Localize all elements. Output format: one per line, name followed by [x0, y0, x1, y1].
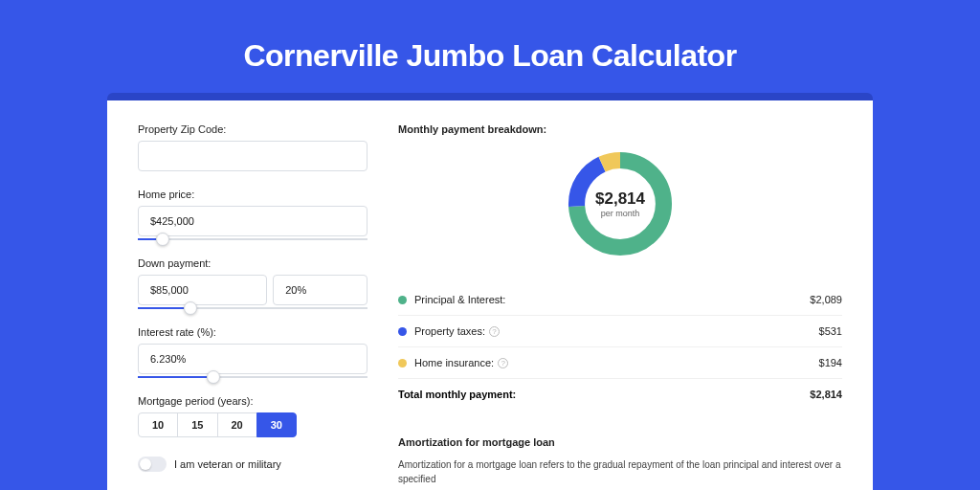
calculator-panel: Property Zip Code: Home price: Down paym…	[107, 100, 873, 490]
veteran-toggle-knob	[140, 458, 151, 470]
home-price-label: Home price:	[138, 189, 368, 200]
calculator-panel-shadow: Property Zip Code: Home price: Down paym…	[107, 93, 873, 490]
veteran-toggle-row: I am veteran or military	[138, 457, 368, 472]
period-label: Mortgage period (years):	[138, 395, 368, 407]
page-title: Cornerville Jumbo Loan Calculator	[0, 38, 980, 74]
total-value: $2,814	[810, 389, 842, 400]
breakdown-column: Monthly payment breakdown: $2,814 per mo…	[398, 123, 842, 486]
donut-subtext: per month	[601, 209, 640, 218]
home-price-slider[interactable]	[138, 238, 368, 240]
home-price-slider-thumb[interactable]	[156, 233, 169, 246]
legend-value-insurance: $194	[819, 357, 842, 368]
legend-label-taxes: Property taxes:	[414, 325, 485, 337]
donut-chart-wrap: $2,814 per month	[398, 146, 842, 261]
info-icon[interactable]: ?	[489, 326, 500, 337]
period-button-group: 10 15 20 30	[138, 412, 368, 437]
inputs-column: Property Zip Code: Home price: Down paym…	[138, 123, 368, 486]
amortization-text: Amortization for a mortgage loan refers …	[398, 457, 842, 486]
period-btn-15[interactable]: 15	[177, 412, 217, 437]
legend-label-principal: Principal & Interest:	[414, 294, 505, 305]
amortization-title: Amortization for mortgage loan	[398, 436, 842, 448]
down-payment-input[interactable]	[138, 275, 267, 305]
total-row: Total monthly payment: $2,814	[398, 379, 842, 410]
legend-row-insurance: Home insurance: ? $194	[398, 347, 842, 379]
down-payment-slider-fill	[138, 307, 184, 309]
rate-label: Interest rate (%):	[138, 326, 368, 338]
home-price-field: Home price:	[138, 189, 368, 240]
legend-row-taxes: Property taxes: ? $531	[398, 316, 842, 347]
legend-dot-insurance	[398, 359, 407, 368]
period-btn-30[interactable]: 30	[256, 412, 297, 437]
zip-input[interactable]	[138, 141, 368, 171]
zip-label: Property Zip Code:	[138, 123, 368, 135]
legend-value-principal: $2,089	[810, 294, 842, 305]
down-payment-field: Down payment:	[138, 257, 368, 309]
legend-dot-taxes	[398, 327, 407, 336]
info-icon[interactable]: ?	[498, 358, 508, 368]
down-payment-label: Down payment:	[138, 257, 368, 269]
home-price-slider-fill	[138, 238, 156, 240]
breakdown-title: Monthly payment breakdown:	[398, 123, 842, 135]
period-btn-20[interactable]: 20	[217, 412, 257, 437]
legend-dot-principal	[398, 296, 407, 304]
rate-slider-fill	[138, 376, 207, 378]
total-label: Total monthly payment:	[398, 389, 516, 400]
veteran-toggle[interactable]	[138, 457, 167, 472]
legend-value-taxes: $531	[819, 325, 842, 337]
veteran-toggle-label: I am veteran or military	[174, 458, 281, 470]
rate-slider[interactable]	[138, 376, 368, 378]
rate-field: Interest rate (%):	[138, 326, 368, 378]
legend-row-principal: Principal & Interest: $2,089	[398, 284, 842, 316]
legend-label-insurance: Home insurance:	[414, 357, 494, 368]
rate-slider-thumb[interactable]	[207, 370, 220, 384]
down-payment-slider[interactable]	[138, 307, 368, 309]
period-field: Mortgage period (years): 10 15 20 30	[138, 395, 368, 437]
down-payment-pct-input[interactable]	[273, 275, 368, 305]
home-price-input[interactable]	[138, 206, 368, 236]
down-payment-slider-thumb[interactable]	[184, 301, 197, 315]
period-btn-10[interactable]: 10	[138, 412, 178, 437]
zip-field: Property Zip Code:	[138, 123, 368, 171]
donut-center: $2,814 per month	[563, 146, 678, 261]
donut-chart: $2,814 per month	[563, 146, 678, 261]
rate-input[interactable]	[138, 344, 368, 374]
donut-amount: $2,814	[595, 189, 645, 209]
